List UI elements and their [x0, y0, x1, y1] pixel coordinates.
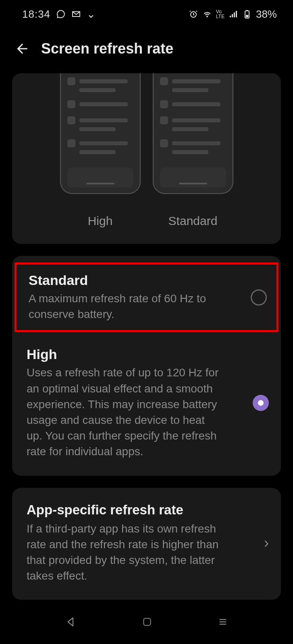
option-title: High — [27, 347, 245, 362]
page-title: Screen refresh rate — [41, 40, 173, 57]
status-left: 18:34 ⌄ — [22, 8, 96, 21]
nav-back-icon[interactable] — [65, 616, 77, 628]
alarm-icon — [189, 9, 198, 19]
option-desc: A maximum refresh rate of 60 Hz to conse… — [29, 291, 222, 322]
whatsapp-icon — [56, 9, 66, 19]
phone-preview-high — [60, 73, 141, 194]
volte-icon: VoLTE — [216, 9, 224, 19]
back-icon[interactable] — [15, 41, 30, 56]
radio-standard[interactable] — [251, 289, 267, 305]
preview-card: High Standard — [12, 73, 281, 244]
svg-rect-8 — [143, 618, 150, 625]
gmail-icon — [71, 9, 81, 19]
phone-preview-standard — [153, 73, 233, 194]
wifi-icon — [202, 9, 212, 19]
option-standard[interactable]: Standard A maximum refresh rate of 60 Hz… — [15, 262, 278, 332]
option-title: Standard — [29, 272, 243, 288]
radio-high[interactable] — [253, 395, 269, 411]
preview-label-high: High — [60, 214, 141, 228]
more-notifications-icon: ⌄ — [87, 8, 96, 21]
option-high[interactable]: High Uses a refresh rate of up to 120 Hz… — [12, 332, 281, 475]
options-card: Standard A maximum refresh rate of 60 Hz… — [12, 256, 281, 476]
nav-recent-icon[interactable] — [217, 616, 229, 627]
option-desc: Uses a refresh rate of up to 120 Hz for … — [27, 365, 220, 459]
preview-label-standard: Standard — [153, 214, 233, 228]
header: Screen refresh rate — [0, 28, 293, 73]
svg-rect-2 — [232, 14, 233, 17]
battery-icon — [242, 9, 252, 19]
svg-rect-1 — [230, 16, 231, 17]
status-time: 18:34 — [22, 8, 50, 21]
nav-home-icon[interactable] — [142, 617, 152, 627]
apprate-card[interactable]: App-specific refresh rate If a third-par… — [12, 488, 281, 600]
battery-text: 38% — [256, 8, 277, 21]
preview-phones — [24, 73, 269, 194]
svg-rect-7 — [246, 10, 248, 11]
signal-icon — [229, 9, 238, 19]
svg-rect-3 — [234, 12, 235, 17]
apprate-desc: If a third-party app has its own refresh… — [27, 521, 228, 584]
svg-rect-4 — [236, 11, 237, 17]
preview-labels: High Standard — [24, 214, 269, 228]
apprate-title: App-specific refresh rate — [27, 502, 260, 518]
navbar — [0, 600, 293, 644]
svg-rect-6 — [246, 15, 248, 17]
status-bar: 18:34 ⌄ VoLTE 38% — [0, 0, 293, 28]
chevron-right-icon: › — [264, 535, 269, 551]
status-right: VoLTE 38% — [189, 8, 277, 21]
